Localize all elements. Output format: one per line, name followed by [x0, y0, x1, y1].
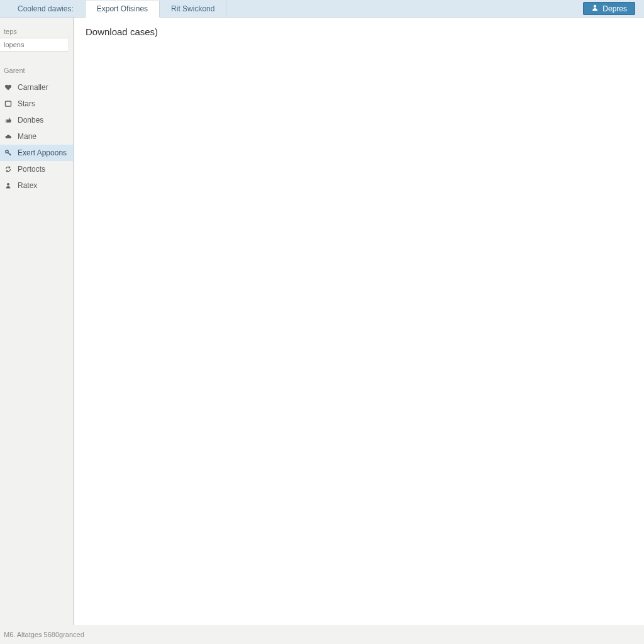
- sidebar-search-label: teps: [0, 24, 73, 38]
- sidebar-item-portocts[interactable]: Portocts: [0, 161, 73, 177]
- thumbsup-icon: [4, 116, 13, 125]
- key-icon: [4, 148, 13, 157]
- sidebar-item-ratex[interactable]: Ratex: [0, 177, 73, 194]
- refresh-icon: [4, 165, 13, 174]
- svg-point-4: [594, 5, 596, 8]
- statusbar: M6. Altatges 5680granced: [0, 625, 644, 644]
- tab-coolend[interactable]: Coolend dawies:: [0, 0, 86, 17]
- tabstrip-spacer: [226, 0, 583, 17]
- sidebar-item-label: Exert Appoons: [18, 148, 67, 157]
- square-icon: [4, 99, 13, 108]
- button-label: Depres: [602, 4, 627, 13]
- search-box: [0, 38, 69, 52]
- sidebar-item-exert-appoons[interactable]: Exert Appoons: [0, 145, 73, 161]
- svg-rect-5: [6, 101, 11, 106]
- heart-icon: [4, 83, 13, 92]
- sidebar-item-label: Donbes: [18, 116, 43, 125]
- sidebar-item-mane[interactable]: Mane: [0, 128, 73, 145]
- tabstrip: Coolend dawies: Export Ofisines Rit Swic…: [0, 0, 644, 18]
- depres-button[interactable]: Depres: [583, 2, 635, 15]
- cloud-icon: [4, 132, 13, 141]
- person-icon: [4, 181, 13, 190]
- sidebar-item-label: Mane: [18, 132, 36, 141]
- tab-label: Export Ofisines: [97, 4, 148, 13]
- sidebar-item-label: Carnaller: [18, 83, 48, 92]
- user-icon: [591, 4, 599, 13]
- sidebar-nav-header: Garent: [0, 52, 73, 79]
- statusbar-text: M6. Altatges 5680granced: [4, 631, 84, 638]
- sidebar-item-label: Ratex: [18, 181, 37, 190]
- sidebar: teps Garent Carnaller Stars Donbes Mane …: [0, 18, 74, 625]
- tab-label: Coolend dawies:: [18, 4, 74, 13]
- tab-swickond[interactable]: Rit Swickond: [160, 0, 226, 17]
- tab-label: Rit Swickond: [171, 4, 214, 13]
- sidebar-item-stars[interactable]: Stars: [0, 96, 73, 112]
- sidebar-item-donbes[interactable]: Donbes: [0, 112, 73, 128]
- sidebar-item-carnaller[interactable]: Carnaller: [0, 79, 73, 96]
- content-area: Download cases): [74, 18, 644, 625]
- sidebar-item-label: Stars: [18, 99, 35, 108]
- svg-point-7: [7, 183, 9, 186]
- svg-point-6: [6, 150, 8, 153]
- sidebar-item-label: Portocts: [18, 165, 45, 174]
- page-title: Download cases): [86, 26, 633, 37]
- search-input[interactable]: [0, 38, 69, 51]
- tab-export[interactable]: Export Ofisines: [86, 1, 160, 18]
